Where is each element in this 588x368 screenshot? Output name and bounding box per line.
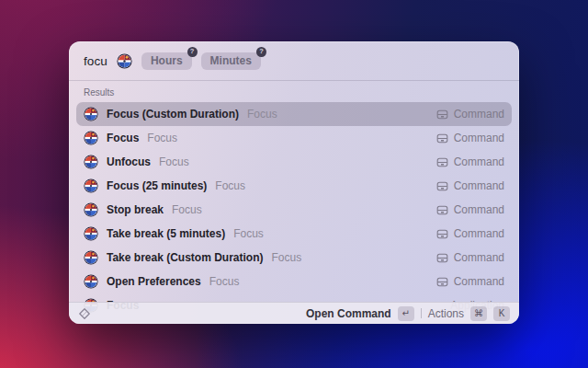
focus-app-icon bbox=[84, 155, 98, 169]
focus-app-icon bbox=[84, 202, 98, 217]
result-row[interactable]: Focus (Custom Duration) Focus Command bbox=[76, 102, 512, 126]
focus-app-icon bbox=[84, 178, 98, 193]
result-subtitle: Focus bbox=[209, 275, 240, 288]
return-key-badge[interactable]: ↵ bbox=[398, 306, 414, 321]
result-row[interactable]: Unfocus Focus Command bbox=[76, 150, 512, 174]
result-subtitle: Focus bbox=[172, 203, 202, 216]
tag-hours[interactable]: Hours ? bbox=[141, 52, 192, 70]
command-icon bbox=[436, 228, 448, 240]
result-type-label: Command bbox=[454, 108, 504, 121]
command-icon bbox=[436, 132, 448, 144]
k-key-badge[interactable]: K bbox=[493, 306, 510, 321]
result-row[interactable]: Stop break Focus Command bbox=[76, 198, 512, 222]
results-section-label: Results bbox=[69, 81, 519, 102]
primary-action-label[interactable]: Open Command bbox=[306, 307, 391, 320]
focus-app-icon bbox=[84, 226, 98, 241]
result-subtitle: Focus bbox=[159, 155, 189, 168]
result-title: Focus (25 minutes) bbox=[107, 179, 207, 192]
result-subtitle: Focus bbox=[247, 108, 277, 121]
result-subtitle: Focus bbox=[147, 132, 177, 144]
result-type-label: Command bbox=[454, 179, 504, 192]
result-type: Command bbox=[436, 203, 504, 216]
result-title: Take break (Custom Duration) bbox=[107, 251, 263, 264]
result-type-label: Command bbox=[454, 227, 504, 240]
result-subtitle: Focus bbox=[233, 227, 264, 240]
raycast-window: focu Hours ? Minutes ? Results Focus (Cu… bbox=[69, 41, 519, 324]
focus-app-icon bbox=[84, 131, 98, 145]
result-row[interactable]: Open Preferences Focus Command bbox=[76, 270, 512, 293]
footer-actions: Open Command ↵ Actions ⌘ K bbox=[306, 306, 510, 321]
focus-app-icon bbox=[84, 250, 98, 265]
command-icon bbox=[436, 156, 448, 168]
focus-app-icon bbox=[84, 107, 98, 121]
footer-bar: Open Command ↵ Actions ⌘ K bbox=[69, 302, 519, 324]
result-type: Command bbox=[436, 275, 504, 288]
search-bar: focu Hours ? Minutes ? bbox=[69, 41, 519, 81]
focus-app-icon bbox=[117, 53, 132, 69]
result-title: Unfocus bbox=[107, 155, 151, 168]
result-type: Command bbox=[436, 179, 504, 192]
result-title: Focus (Custom Duration) bbox=[107, 108, 239, 121]
result-type: Command bbox=[436, 227, 504, 240]
command-icon bbox=[436, 109, 448, 121]
tag-hours-help-icon[interactable]: ? bbox=[187, 47, 198, 57]
result-row[interactable]: Take break (5 minutes) Focus Command bbox=[76, 222, 512, 246]
result-type: Command bbox=[436, 251, 504, 264]
tag-minutes[interactable]: Minutes ? bbox=[201, 52, 261, 70]
result-row[interactable]: Focus (25 minutes) Focus Command bbox=[76, 174, 512, 198]
command-icon bbox=[436, 252, 448, 264]
results-list: Focus (Custom Duration) Focus Command Fo… bbox=[69, 102, 519, 323]
result-type: Command bbox=[436, 132, 504, 144]
command-icon bbox=[436, 276, 448, 288]
result-title: Focus bbox=[107, 132, 139, 144]
result-subtitle: Focus bbox=[271, 251, 301, 264]
result-title: Take break (5 minutes) bbox=[107, 227, 225, 240]
result-title: Open Preferences bbox=[107, 275, 201, 288]
tag-minutes-label: Minutes bbox=[210, 54, 252, 67]
command-icon bbox=[436, 204, 448, 216]
cmd-key-badge[interactable]: ⌘ bbox=[470, 306, 487, 321]
search-input[interactable]: focu bbox=[84, 54, 107, 68]
result-type-label: Command bbox=[454, 155, 504, 168]
result-row[interactable]: Focus Focus Command bbox=[76, 126, 512, 150]
tag-hours-label: Hours bbox=[151, 54, 183, 67]
result-row[interactable]: Take break (Custom Duration) Focus Comma… bbox=[76, 246, 512, 270]
result-type-label: Command bbox=[454, 251, 504, 264]
desktop: { "window": { "search": { "query": "focu… bbox=[0, 0, 588, 368]
result-type: Command bbox=[436, 108, 504, 121]
command-icon bbox=[436, 180, 448, 192]
result-type-label: Command bbox=[454, 132, 504, 144]
tag-minutes-help-icon[interactable]: ? bbox=[256, 47, 266, 57]
result-type-label: Command bbox=[454, 203, 504, 216]
actions-menu-label[interactable]: Actions bbox=[428, 307, 464, 320]
result-type-label: Command bbox=[454, 275, 504, 288]
focus-app-icon bbox=[84, 274, 98, 289]
result-type: Command bbox=[436, 155, 504, 168]
result-title: Stop break bbox=[107, 203, 164, 216]
raycast-logo-icon bbox=[78, 307, 91, 320]
footer-separator bbox=[421, 308, 422, 318]
result-subtitle: Focus bbox=[215, 179, 245, 192]
